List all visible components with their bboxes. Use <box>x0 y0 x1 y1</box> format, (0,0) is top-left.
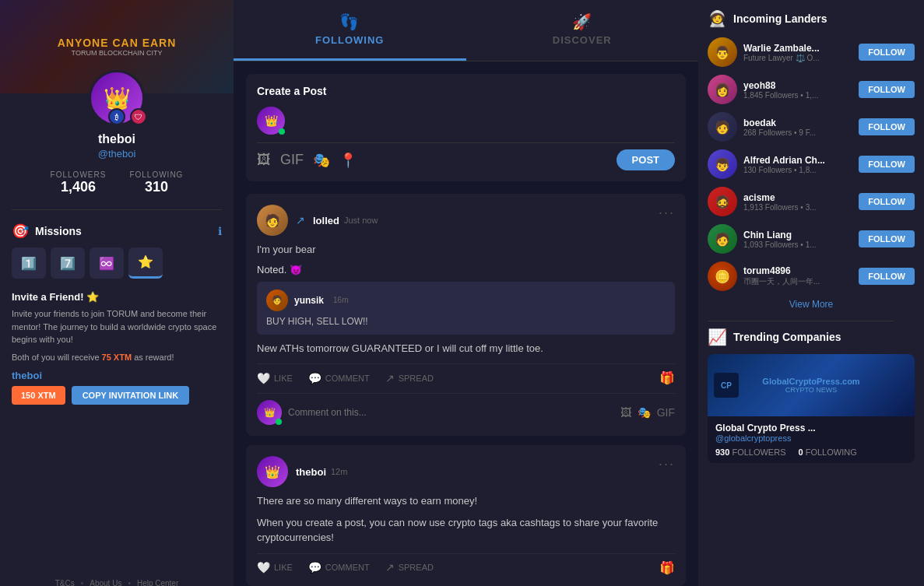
mission-tab-7[interactable]: 7️⃣ <box>51 247 85 279</box>
gift-button[interactable]: 🎁 <box>659 370 675 385</box>
create-post-avatar: 👑 <box>257 107 285 135</box>
mission-tab-star[interactable]: ⭐ <box>128 247 163 279</box>
spread-icon: ↗ <box>385 372 395 384</box>
followers-stat: FOLLOWERS 1,406 <box>51 170 107 195</box>
lander-info-torum4896: torum4896 币圈一天，人间一年... <box>743 265 852 287</box>
comment-input[interactable] <box>288 407 614 418</box>
emoji-icon[interactable]: 🎭 <box>313 152 330 169</box>
comment-gif-icon[interactable]: GIF <box>657 406 675 419</box>
follow-button-chinliang[interactable]: FOLLOW <box>859 230 915 247</box>
post-time: Just now <box>344 216 378 225</box>
avatar-badge-shield: 🛡 <box>130 108 147 125</box>
like-icon: 🤍 <box>257 372 270 384</box>
lander-name-acisme: acisme <box>743 192 852 203</box>
tab-following[interactable]: 👣 FOLLOWING <box>234 0 466 61</box>
lander-name-boedak: boedak <box>743 118 852 128</box>
trending-following-label: FOLLOWING <box>806 447 857 457</box>
create-post-title: Create a Post <box>257 85 675 97</box>
info-icon[interactable]: ℹ <box>218 225 222 237</box>
follow-button-boedak[interactable]: FOLLOW <box>859 118 915 135</box>
post-author-info-2: theboi 12m <box>296 466 347 478</box>
comment-emoji-icon[interactable]: 🎭 <box>638 406 651 419</box>
invite-username: theboi <box>12 370 222 381</box>
like-label: LIKE <box>274 374 293 383</box>
like-icon-2: 🤍 <box>257 561 270 574</box>
avatar-badge-btc: ₿ <box>108 108 125 125</box>
user-handle[interactable]: @theboi <box>98 148 136 160</box>
footer-dot-1: • <box>81 579 84 587</box>
xtm-button[interactable]: 150 XTM <box>12 386 65 405</box>
lander-sub-acisme: 1,913 Followers • 3... <box>743 203 852 212</box>
lander-avatar-boedak: 🧑 <box>708 112 737 142</box>
mission-tabs: 1️⃣ 7️⃣ ♾️ ⭐ <box>12 247 222 279</box>
follow-button-warlie[interactable]: FOLLOW <box>859 44 915 61</box>
lander-name-chinliang: Chin Liang <box>743 230 852 240</box>
lander-sub-alfred: 130 Followers • 1,8... <box>743 166 852 174</box>
tab-discover[interactable]: 🚀 DISCOVER <box>466 0 699 61</box>
comment-button-2[interactable]: 💬 COMMENT <box>308 561 370 574</box>
footer-tcs[interactable]: T&Cs <box>55 579 75 587</box>
comment-image-icon[interactable]: 🖼 <box>620 406 631 419</box>
post-menu-button[interactable]: ··· <box>659 205 675 221</box>
invite-star-icon: ⭐ <box>86 291 99 303</box>
discover-tab-icon: 🚀 <box>572 12 592 31</box>
comment-label: COMMENT <box>325 374 370 383</box>
spread-button-2[interactable]: ↗ SPREAD <box>385 561 434 574</box>
footer-about[interactable]: About Us <box>90 579 121 587</box>
lander-info-boedak: boedak 268 Followers • 9 F... <box>743 118 852 137</box>
comment-tools: 🖼 🎭 GIF <box>620 406 675 419</box>
left-sidebar: ANYONE CAN EARN TORUM BLOCKCHAIN CITY 👑 … <box>0 0 234 586</box>
lander-avatar-chinliang: 🧑 <box>708 224 737 254</box>
mission-tab-1[interactable]: 1️⃣ <box>12 247 46 279</box>
mission-tab-infinity[interactable]: ♾️ <box>90 247 124 279</box>
follow-button-yeoh[interactable]: FOLLOW <box>859 81 915 98</box>
post-text-2: There are so many different ways to earn… <box>257 493 675 509</box>
gift-button-2[interactable]: 🎁 <box>659 560 675 575</box>
location-icon[interactable]: 📍 <box>339 152 357 169</box>
feed-content: Create a Post 👑 🖼 GIF 🎭 📍 POST <box>234 61 698 586</box>
trending-company-card[interactable]: GlobalCryptoPress.com CRYPTO NEWS CP Glo… <box>708 354 915 463</box>
post-author-name-2[interactable]: theboi <box>296 466 326 478</box>
comment-button[interactable]: 💬 COMMENT <box>308 372 370 384</box>
following-tab-icon: 👣 <box>339 12 360 31</box>
like-button[interactable]: 🤍 LIKE <box>257 372 293 384</box>
followers-count: 1,406 <box>51 179 107 195</box>
incoming-landers-icon: 🧑‍🚀 <box>708 9 727 28</box>
invite-description: Invite your friends to join TORUM and be… <box>12 307 222 346</box>
post-author-avatar: 🧑 <box>257 205 288 236</box>
gif-icon[interactable]: GIF <box>280 152 304 169</box>
spread-label-2: SPREAD <box>399 563 434 572</box>
spread-button[interactable]: ↗ SPREAD <box>385 372 434 384</box>
lander-info-chinliang: Chin Liang 1,093 Followers • 1... <box>743 230 852 249</box>
avatar-area: 👑 ₿ 🛡 <box>0 70 234 126</box>
spread-icon-2: ↗ <box>385 561 395 574</box>
trending-company-handle[interactable]: @globalcryptopress <box>715 433 907 443</box>
follow-button-alfred[interactable]: FOLLOW <box>859 156 915 173</box>
like-button-2[interactable]: 🤍 LIKE <box>257 561 293 574</box>
post-menu-button-2[interactable]: ··· <box>659 456 675 472</box>
view-more-button[interactable]: View More <box>708 299 915 310</box>
footer-help[interactable]: Help Center <box>137 579 178 587</box>
quoted-text: BUY HIGH, SELL LOW!! <box>266 316 666 327</box>
lander-sub-chinliang: 1,093 Followers • 1... <box>743 240 852 249</box>
like-label-2: LIKE <box>274 563 293 572</box>
quoted-author-row: 🧑 yunsik 16m <box>266 289 666 311</box>
lander-info-warlie: Warlie Zambale... Future Lawyer ⚖️ O... <box>743 43 852 62</box>
copy-invitation-button[interactable]: COPY INVITATION LINK <box>72 386 189 405</box>
lander-item-alfred: 👦 Alfred Adrian Ch... 130 Followers • 1,… <box>708 149 915 179</box>
post-button[interactable]: POST <box>617 149 675 170</box>
post-author-name[interactable]: lolled <box>313 215 339 226</box>
follow-button-torum4896[interactable]: FOLLOW <box>859 268 915 285</box>
image-upload-icon[interactable]: 🖼 <box>257 152 271 169</box>
online-indicator <box>279 128 285 135</box>
trending-company-banner: GlobalCryptoPress.com CRYPTO NEWS CP <box>708 354 915 416</box>
missions-icon: 🎯 <box>12 223 29 240</box>
incoming-landers-title: Incoming Landers <box>733 12 827 25</box>
incoming-landers-header: 🧑‍🚀 Incoming Landers <box>708 9 915 28</box>
lander-sub-torum4896: 币圈一天，人间一年... <box>743 276 852 287</box>
comment-label-2: COMMENT <box>325 563 370 572</box>
follow-button-acisme[interactable]: FOLLOW <box>859 193 915 210</box>
post-author-row-2: 👑 theboi 12m <box>257 456 347 487</box>
post-header: 🧑 ↗ lolled Just now ··· <box>257 205 675 236</box>
reward-amount: 75 XTM <box>102 353 132 362</box>
